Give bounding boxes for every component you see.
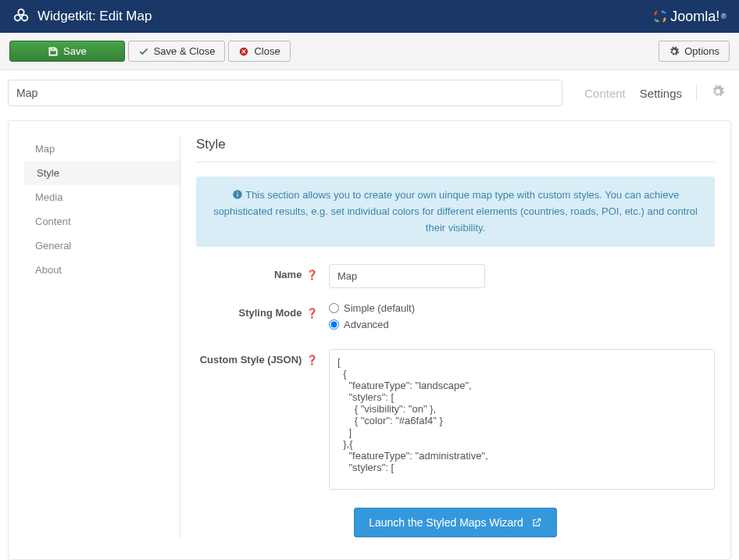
- app-header: Widgetkit: Edit Map Joomla!®: [0, 0, 739, 33]
- name-field: [329, 264, 715, 288]
- launch-wizard-button[interactable]: Launch the Styled Maps Wizard: [354, 508, 557, 537]
- styling-mode-label: Styling Mode ❓: [196, 302, 329, 319]
- sidebar-item-content[interactable]: Content: [24, 209, 180, 234]
- close-button-label: Close: [254, 45, 280, 57]
- help-icon[interactable]: ❓: [306, 355, 318, 366]
- sidebar-item-map[interactable]: Map: [24, 137, 180, 161]
- custom-style-label: Custom Style (JSON) ❓: [196, 349, 329, 366]
- page-title: Widgetkit: Edit Map: [37, 9, 152, 24]
- row-custom-style: Custom Style (JSON) ❓: [196, 349, 715, 492]
- gear-icon: [669, 46, 680, 57]
- tab-content[interactable]: Content: [584, 87, 626, 100]
- name-input[interactable]: [329, 264, 485, 288]
- save-icon: [48, 46, 59, 57]
- widgetkit-icon: [12, 8, 30, 25]
- wizard-button-label: Launch the Styled Maps Wizard: [369, 516, 523, 529]
- custom-style-textarea[interactable]: [329, 349, 715, 490]
- content-area: Style This section allows you to create …: [196, 137, 715, 537]
- brand-text: Joomla!: [670, 9, 719, 25]
- info-text: This section allows you to create your o…: [213, 189, 698, 234]
- wizard-row: Launch the Styled Maps Wizard: [196, 508, 715, 537]
- svg-point-6: [237, 191, 238, 193]
- main-panel: MapStyleMediaContentGeneralAbout Style T…: [8, 120, 731, 560]
- row-name: Name ❓: [196, 264, 715, 288]
- main-layout: MapStyleMediaContentGeneralAbout Style T…: [24, 137, 715, 537]
- settings-gear-icon[interactable]: [711, 84, 731, 102]
- sidebar-item-about[interactable]: About: [24, 258, 180, 282]
- save-close-button-label: Save & Close: [154, 45, 216, 57]
- save-button-label: Save: [63, 45, 87, 57]
- check-icon: [138, 46, 149, 57]
- row-styling-mode: Styling Mode ❓ Simple (default) Advanced: [196, 302, 715, 335]
- name-label: Name ❓: [196, 264, 329, 280]
- subheader: Content Settings: [0, 70, 739, 106]
- header-left: Widgetkit: Edit Map: [12, 8, 152, 25]
- joomla-icon: [652, 8, 669, 25]
- help-icon[interactable]: ❓: [306, 269, 318, 280]
- styling-mode-field: Simple (default) Advanced: [329, 302, 715, 335]
- tab-settings[interactable]: Settings: [640, 87, 682, 100]
- sidebar: MapStyleMediaContentGeneralAbout: [24, 137, 180, 537]
- save-button[interactable]: Save: [9, 41, 125, 62]
- info-box: This section allows you to create your o…: [196, 177, 715, 247]
- svg-point-1: [22, 15, 27, 20]
- svg-rect-5: [237, 194, 237, 197]
- options-button-label: Options: [684, 45, 719, 57]
- toolbar: Save Save & Close Close Options: [0, 33, 739, 70]
- custom-style-field: [329, 349, 715, 492]
- external-link-icon: [531, 517, 542, 528]
- help-icon[interactable]: ❓: [306, 308, 318, 319]
- registered-mark: ®: [721, 12, 727, 20]
- section-heading: Style: [196, 137, 715, 162]
- radio-simple[interactable]: Simple (default): [329, 302, 715, 314]
- sidebar-item-style[interactable]: Style: [24, 161, 180, 185]
- info-icon: [232, 189, 243, 200]
- sidebar-item-general[interactable]: General: [24, 234, 180, 258]
- joomla-logo: Joomla!®: [652, 8, 727, 25]
- subtabs: Content Settings: [584, 84, 731, 102]
- divider: [696, 85, 697, 101]
- radio-simple-input[interactable]: [329, 303, 339, 313]
- toolbar-left: Save Save & Close Close: [9, 41, 291, 62]
- radio-advanced-input[interactable]: [329, 319, 339, 330]
- widget-title-input[interactable]: [8, 80, 562, 106]
- sidebar-item-media[interactable]: Media: [24, 185, 180, 209]
- save-close-button[interactable]: Save & Close: [128, 41, 226, 62]
- svg-point-0: [15, 15, 20, 20]
- radio-advanced[interactable]: Advanced: [329, 319, 715, 330]
- svg-point-2: [18, 9, 23, 15]
- close-icon: [238, 46, 249, 57]
- options-button[interactable]: Options: [659, 41, 730, 62]
- close-button[interactable]: Close: [228, 41, 290, 62]
